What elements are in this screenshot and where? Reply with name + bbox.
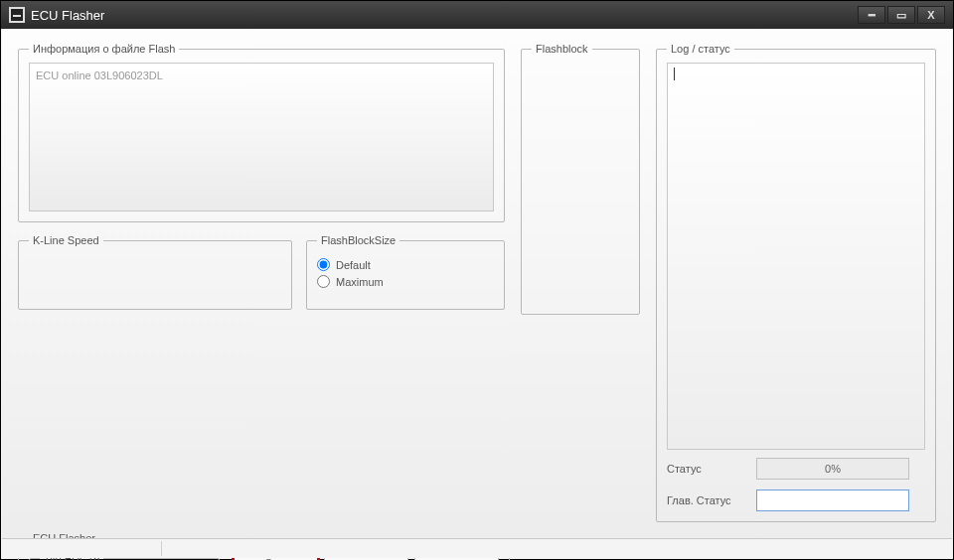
flash-info-legend: Информация о файле Flash xyxy=(29,43,179,55)
log-textarea[interactable] xyxy=(667,63,925,450)
statusbar xyxy=(2,538,952,558)
minimize-button[interactable]: ━ xyxy=(858,6,885,24)
log-legend: Log / статус xyxy=(667,43,734,55)
kline-legend: K-Line Speed xyxy=(29,234,103,246)
main-status-label: Глав. Статус xyxy=(667,494,746,506)
fbs-default-label: Default xyxy=(336,259,371,271)
close-window-button[interactable]: X xyxy=(917,6,945,24)
right-status-label: Статус xyxy=(667,463,746,475)
flash-info-content: ECU online 03L906023DL xyxy=(29,63,494,211)
log-group: Log / статус Статус 0% Глав. Статус xyxy=(656,43,936,522)
app-window: ECU Flasher ━ ▭ X Информация о файле Fla… xyxy=(0,0,954,560)
fbs-default-option[interactable]: Default xyxy=(317,258,494,271)
fbs-max-radio[interactable] xyxy=(317,275,330,288)
main-status-field[interactable] xyxy=(756,490,909,511)
flashblock-group: Flashblock xyxy=(521,43,640,315)
fbs-default-radio[interactable] xyxy=(317,258,330,271)
flashblocksize-group: FlashBlockSize Default Maximum xyxy=(306,234,505,310)
app-icon xyxy=(9,7,25,23)
caret-icon xyxy=(674,68,675,80)
flash-info-group: Информация о файле Flash ECU online 03L9… xyxy=(18,43,505,222)
progress-bar: 0% xyxy=(756,458,909,480)
kline-group: K-Line Speed xyxy=(18,234,292,310)
flashblock-legend: Flashblock xyxy=(532,43,592,55)
fbs-legend: FlashBlockSize xyxy=(317,234,399,246)
fbs-max-label: Maximum xyxy=(336,276,384,288)
titlebar: ECU Flasher ━ ▭ X xyxy=(1,1,953,29)
statusbar-separator xyxy=(161,541,162,556)
maximize-button[interactable]: ▭ xyxy=(887,6,915,24)
window-title: ECU Flasher xyxy=(31,8,104,23)
progress-text: 0% xyxy=(825,463,841,475)
fbs-max-option[interactable]: Maximum xyxy=(317,275,494,288)
client-area: Информация о файле Flash ECU online 03L9… xyxy=(2,29,952,558)
window-controls: ━ ▭ X xyxy=(856,6,945,24)
